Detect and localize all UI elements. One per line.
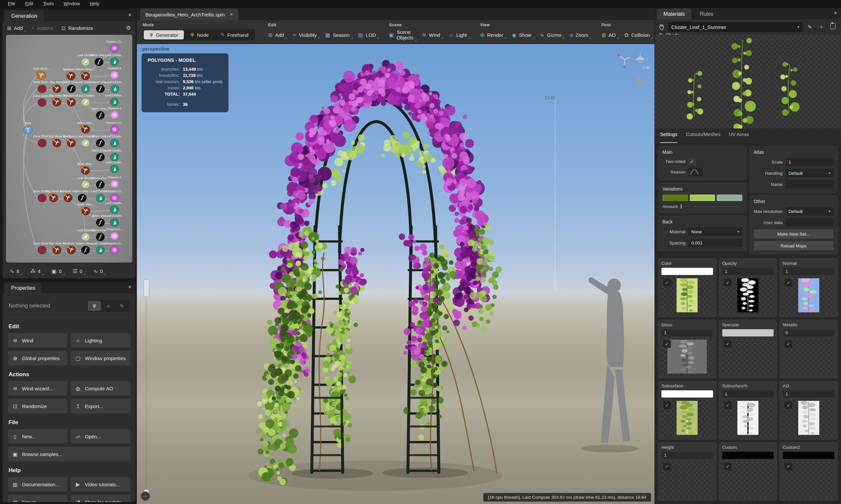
graph-node[interactable]: Leaf Cluste... — [105, 201, 124, 214]
slot-thumbnail[interactable]: ✓ — [662, 277, 713, 314]
slot-thumbnail[interactable]: ✓ — [783, 277, 835, 314]
slot-enabled-checkbox[interactable]: ✓ — [663, 401, 671, 409]
slot-enabled-checkbox[interactable]: ✓ — [724, 340, 732, 348]
subtab-settings[interactable]: Settings — [660, 132, 677, 143]
close-icon[interactable]: × — [128, 284, 132, 290]
toolbar-light-button[interactable]: ☼Light — [449, 32, 467, 38]
edit-material-icon[interactable]: ✎ — [806, 24, 814, 30]
close-icon[interactable]: × — [128, 12, 132, 18]
sets-count[interactable]: ⁂4 — [30, 268, 40, 274]
graph-node[interactable]: Flowers 4 — [107, 107, 121, 119]
menu-file[interactable]: File — [3, 1, 20, 6]
documentation-button[interactable]: ▥Documentation... — [8, 477, 67, 491]
graph-node[interactable]: Zone (Don'... — [33, 80, 51, 93]
slot-color-bar[interactable] — [662, 268, 713, 275]
notes-count[interactable]: ☰0 — [73, 268, 82, 274]
slot-enabled-checkbox[interactable]: ✓ — [724, 401, 732, 409]
menu-edit[interactable]: Edit — [21, 1, 38, 6]
wind-button[interactable]: ≋Wind — [8, 333, 67, 348]
graph-node[interactable]: Zone (Don'... — [33, 242, 51, 254]
hand-icon[interactable] — [659, 24, 665, 30]
toolbar-visibility-button[interactable]: ∞Visibility — [292, 32, 316, 38]
randomize-button[interactable]: ⊡Randomize — [8, 399, 67, 413]
graph-node[interactable]: Leaf Cluste... — [105, 215, 124, 227]
slot-enabled-checkbox[interactable]: ✓ — [785, 463, 792, 470]
height-gauge[interactable] — [143, 279, 149, 494]
graph-node[interactable]: Big Vines 4 — [46, 190, 62, 202]
graph-node[interactable]: Leaf Cluste... — [105, 54, 124, 66]
graph-node[interactable]: Stem Vine... — [74, 190, 91, 202]
slot-value-input[interactable]: 0 — [783, 329, 835, 337]
graph-node[interactable]: Stem Vine... — [90, 54, 107, 66]
season-curve-widget[interactable] — [688, 167, 703, 176]
paste-material-icon[interactable] — [829, 23, 837, 31]
slot-value-input[interactable]: 1 — [722, 268, 774, 275]
add-material-icon[interactable]: ＋ — [817, 24, 826, 31]
variation-swatch-1[interactable] — [663, 195, 688, 201]
slot-thumbnail[interactable]: ✓ — [783, 461, 835, 498]
max-resolution-select[interactable]: Default ▾ — [786, 207, 834, 216]
slot-value-input[interactable]: 1 — [783, 268, 835, 275]
graph-node[interactable]: Leaf Cluste... — [105, 149, 124, 161]
toolbar-wind-button[interactable]: ≋Wind — [422, 32, 441, 38]
node-graph-area[interactable]: TreeArch Struc...Flowers Cl...Leaf Clust… — [6, 35, 132, 263]
gear-icon[interactable]: ⚙ — [126, 25, 131, 32]
node-mode-icon[interactable]: ☼ — [102, 301, 115, 311]
atlas-handling-select[interactable]: Default ▾ — [786, 169, 834, 177]
graph-node[interactable]: Arch Struc... — [33, 67, 50, 79]
graph-node[interactable]: Leaf Cluste... — [105, 94, 124, 106]
slot-thumbnail[interactable]: ✓ — [783, 399, 835, 436]
slot-enabled-checkbox[interactable]: ✓ — [785, 401, 792, 409]
graph-node[interactable]: Leaf Cluste... — [106, 80, 124, 93]
toolbar-zoom-button[interactable]: ⌀Zoom — [570, 32, 588, 38]
graph-node[interactable]: Tree — [24, 122, 32, 134]
graph-node[interactable]: Flowers 5 — [107, 67, 121, 79]
graph-node[interactable]: Leaf Cluste... — [105, 135, 124, 147]
slot-thumbnail[interactable]: ✓ — [662, 399, 713, 436]
graph-node[interactable]: Zone (Don'... — [33, 135, 51, 147]
close-icon[interactable]: × — [230, 12, 233, 17]
shop-for-models-button[interactable]: ◨Shop for models... — [71, 495, 130, 502]
spacing-input[interactable]: 0.001 — [688, 238, 742, 247]
reload-maps-button[interactable]: Reload Maps — [754, 241, 834, 250]
freehand-mode-icon[interactable]: ✎ — [116, 301, 128, 311]
tab-materials[interactable]: Materials — [657, 8, 691, 19]
graph-node[interactable]: Flowers Cl... — [106, 190, 123, 202]
node-graph[interactable]: TreeArch Struc...Flowers Cl...Leaf Clust… — [6, 35, 132, 263]
variation-swatch-2[interactable] — [690, 195, 715, 201]
menu-help[interactable]: Help — [85, 1, 104, 6]
graph-node[interactable]: Flowers 3 — [107, 176, 121, 188]
slot-enabled-checkbox[interactable]: ✓ — [724, 278, 732, 287]
slot-value-input[interactable]: 1 — [722, 390, 774, 398]
toolbar-collision-button[interactable]: ✿Collision — [624, 32, 650, 38]
mode-generator-button[interactable]: ⋔Generator — [144, 30, 184, 39]
graph-node[interactable]: Flowers Cl... — [106, 121, 123, 133]
slot-thumbnail[interactable]: ✓ — [722, 461, 774, 498]
slot-thumbnail[interactable]: ✓ — [662, 461, 713, 498]
atlas-name-input[interactable] — [786, 180, 834, 188]
wind-wizard-button[interactable]: ≋Wind wizard... — [8, 381, 67, 396]
compute-ao-button[interactable]: ◍Compute AO — [71, 381, 130, 396]
wind-count[interactable]: ∿8 — [10, 268, 19, 274]
slot-color-bar[interactable] — [662, 390, 713, 398]
back-material-select[interactable]: None ▾ — [688, 227, 742, 236]
viewport-menu-button[interactable]: ⋯ — [141, 491, 150, 501]
graph-node[interactable]: Leaf Cluste... — [105, 161, 124, 173]
slot-color-bar[interactable] — [722, 329, 774, 337]
graph-node[interactable]: Stem Vine... — [77, 68, 94, 80]
new-button[interactable]: ▯New... — [8, 429, 67, 444]
slot-enabled-checkbox[interactable]: ✓ — [663, 278, 671, 287]
viewport-3d[interactable]: perspective POLYGONS - MODEL branches:13… — [137, 44, 654, 504]
slot-value-input[interactable]: 1 — [662, 452, 713, 459]
graph-node[interactable]: Stem Vine... — [92, 107, 109, 119]
graph-node[interactable]: Big Vines 2 — [49, 94, 65, 106]
add-button[interactable]: ⊞ Add — [7, 25, 23, 31]
graph-node[interactable]: Stem Vine... — [77, 121, 94, 133]
randomize-button[interactable]: ⊡ Randomize — [62, 25, 93, 31]
graph-node[interactable]: Leaf Cluster — [77, 94, 94, 106]
graph-node[interactable]: Zone (Don'... — [33, 94, 51, 106]
variation-swatch-3[interactable] — [717, 195, 742, 201]
slot-value-input[interactable]: 1 — [662, 329, 713, 337]
graph-node[interactable]: Leaf Cluster — [77, 135, 94, 147]
slot-enabled-checkbox[interactable]: ✓ — [663, 340, 671, 348]
